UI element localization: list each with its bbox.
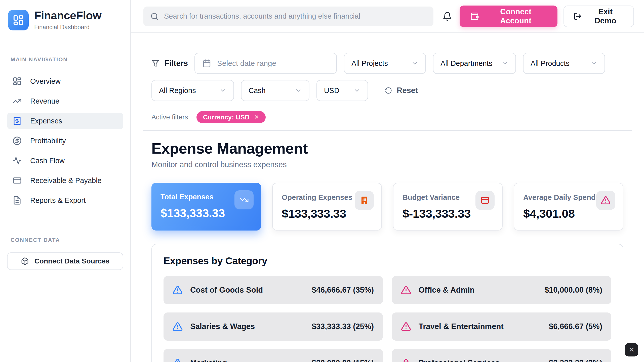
brand-header: FinanceFlow Financial Dashboard	[0, 0, 130, 41]
stat-icon-chip	[355, 191, 374, 210]
stat-card-budget-variance[interactable]: Budget Variance $-133,333.33	[393, 183, 503, 231]
regions-filter-select[interactable]: All Regions	[151, 80, 234, 101]
global-search[interactable]	[143, 7, 433, 26]
circle-dollar-icon	[13, 136, 22, 145]
nav-section-label: MAIN NAVIGATION	[11, 56, 123, 63]
category-name: Salaries & Wages	[190, 322, 304, 331]
main-area: Connect Account Exit Demo Filters	[131, 0, 644, 362]
connect-account-button[interactable]: Connect Account	[460, 6, 557, 27]
chevron-down-icon	[219, 87, 226, 94]
alert-triangle-icon	[173, 322, 183, 332]
category-value: $20,000.00 (15%)	[312, 358, 374, 362]
main-navigation: MAIN NAVIGATION Overview Revenue	[0, 41, 130, 209]
category-value: $46,666.67 (35%)	[312, 286, 374, 295]
category-name: Professional Services	[419, 358, 541, 362]
category-value: $3,333.33 (3%)	[549, 358, 602, 362]
filters-label: Filters	[165, 59, 188, 68]
sidebar-item-expenses[interactable]: Expenses	[7, 113, 123, 129]
products-filter-value: All Products	[531, 59, 570, 68]
brand-text: FinanceFlow Financial Dashboard	[34, 10, 101, 30]
category-row-salaries-wages: Salaries & Wages $33,333.33 (25%)	[164, 312, 383, 341]
sidebar-item-cash-flow[interactable]: Cash Flow	[7, 152, 123, 169]
remove-filter-icon[interactable]: ✕	[254, 114, 259, 121]
sidebar-item-label: Profitability	[30, 137, 66, 145]
alert-triangle-icon	[401, 285, 411, 295]
chevron-down-icon	[501, 60, 508, 67]
category-row-marketing: Marketing $20,000.00 (15%)	[164, 349, 383, 362]
sidebar-item-receivable-payable[interactable]: Receivable & Payable	[7, 172, 123, 189]
alert-triangle-icon	[401, 358, 411, 362]
calendar-icon	[203, 59, 211, 68]
alert-triangle-icon	[601, 196, 611, 205]
category-value: $6,666.67 (5%)	[549, 322, 602, 331]
sidebar-item-reports-export[interactable]: Reports & Export	[7, 192, 123, 209]
currency-filter-select[interactable]: USD	[316, 80, 368, 101]
page-title: Expense Management	[151, 140, 623, 157]
active-filters-row: Active filters: Currency: USD ✕	[151, 111, 623, 123]
filters-title: Filters	[151, 59, 188, 68]
stat-cards: Total Expenses $133,333.33 Operating Exp…	[151, 183, 623, 231]
trending-up-icon	[13, 97, 22, 106]
projects-filter-select[interactable]: All Projects	[344, 53, 426, 74]
category-row-professional-services: Professional Services $3,333.33 (3%)	[392, 349, 611, 362]
connect-section-label: CONNECT DATA	[11, 237, 123, 243]
chevron-down-icon	[590, 60, 597, 67]
active-filters-label: Active filters:	[151, 113, 190, 121]
currency-filter-value: USD	[324, 86, 339, 95]
stat-card-operating-expenses[interactable]: Operating Expenses $133,333.33	[272, 183, 382, 231]
page-heading: Expense Management Monitor and control b…	[151, 140, 623, 169]
category-row-cost-of-goods-sold: Cost of Goods Sold $46,666.67 (35%)	[164, 276, 383, 304]
category-value: $10,000.00 (8%)	[545, 286, 602, 295]
filter-icon	[151, 59, 159, 67]
categories-title: Expenses by Category	[164, 255, 611, 266]
content: Filters Select date range All Projects A…	[131, 33, 644, 362]
credit-card-icon	[13, 176, 22, 185]
reset-label: Reset	[397, 86, 418, 95]
close-icon: ✕	[629, 346, 634, 354]
building-icon	[359, 196, 369, 205]
activity-icon	[13, 156, 22, 165]
notifications-button[interactable]	[442, 12, 452, 21]
stat-card-total-expenses[interactable]: Total Expenses $133,333.33	[151, 183, 261, 231]
sidebar-item-revenue[interactable]: Revenue	[7, 93, 123, 109]
log-out-icon	[574, 12, 582, 21]
filters-row-1: Filters Select date range All Projects A…	[151, 53, 623, 74]
reset-filters-button[interactable]: Reset	[385, 86, 418, 95]
stat-card-average-daily-spend[interactable]: Average Daily Spend $4,301.08	[514, 183, 623, 231]
categories-grid: Cost of Goods Sold $46,666.67 (35%) Offi…	[164, 276, 611, 362]
alert-triangle-icon	[401, 322, 411, 332]
payment-filter-select[interactable]: Cash	[241, 80, 309, 101]
receipt-icon	[13, 116, 22, 125]
chevron-down-icon	[295, 87, 302, 94]
stat-icon-chip	[475, 191, 495, 210]
file-text-icon	[13, 196, 22, 205]
sidebar-item-overview[interactable]: Overview	[7, 73, 123, 89]
sidebar-item-profitability[interactable]: Profitability	[7, 132, 123, 149]
chevron-down-icon	[411, 60, 418, 67]
connect-data-sources-button[interactable]: Connect Data Sources	[7, 252, 123, 270]
chevron-down-icon	[353, 87, 360, 94]
search-input[interactable]	[164, 12, 426, 21]
exit-demo-button[interactable]: Exit Demo	[564, 6, 634, 27]
departments-filter-select[interactable]: All Departments	[433, 53, 516, 74]
sidebar-item-label: Expenses	[30, 117, 62, 125]
products-filter-select[interactable]: All Products	[523, 53, 605, 74]
category-row-office-admin: Office & Admin $10,000.00 (8%)	[392, 276, 611, 304]
app-subtitle: Financial Dashboard	[34, 24, 101, 31]
dashboard-icon	[13, 77, 22, 86]
connect-data-section: CONNECT DATA Connect Data Sources	[7, 237, 123, 270]
section-divider	[143, 130, 632, 131]
active-filter-chip-currency[interactable]: Currency: USD ✕	[196, 111, 266, 123]
category-value: $33,333.33 (25%)	[312, 322, 374, 331]
category-row-travel-entertainment: Travel & Entertainment $6,666.67 (5%)	[392, 312, 611, 341]
connect-data-sources-label: Connect Data Sources	[34, 257, 110, 265]
date-range-picker[interactable]: Select date range	[194, 53, 337, 74]
category-name: Marketing	[190, 358, 304, 362]
close-overlay-button[interactable]: ✕	[625, 343, 638, 356]
sidebar-item-label: Reports & Export	[30, 196, 86, 205]
exit-demo-label: Exit Demo	[587, 7, 624, 25]
top-bar: Connect Account Exit Demo	[131, 0, 644, 33]
regions-filter-value: All Regions	[159, 86, 196, 95]
filters-row-2: All Regions Cash USD Reset	[151, 80, 623, 101]
expenses-by-category-card: Expenses by Category Cost of Goods Sold …	[151, 244, 623, 362]
